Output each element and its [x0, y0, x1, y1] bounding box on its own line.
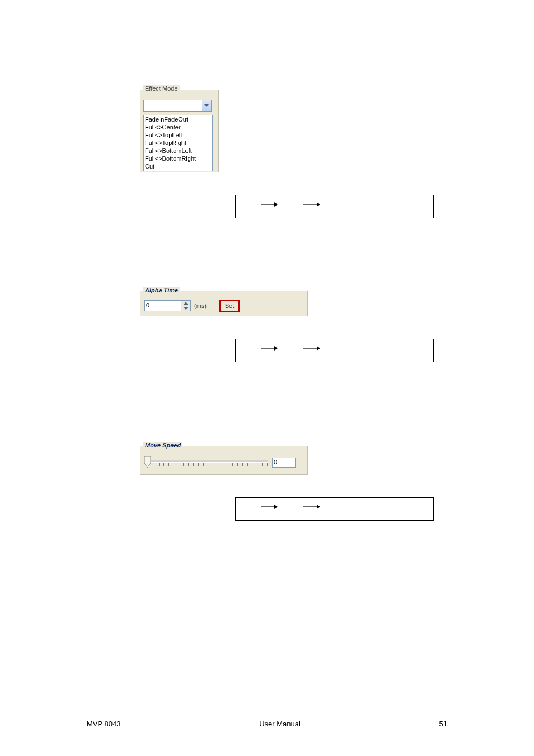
- effect-mode-select[interactable]: [143, 100, 212, 112]
- slider-ticks: [149, 463, 268, 466]
- hidden-ctrl-2: "Ctrl": [242, 345, 256, 352]
- option-full-center[interactable]: Full<>Center: [145, 123, 211, 131]
- hidden-step1-2: "FSN": [282, 345, 299, 352]
- steps-box-2: "Ctrl" "FSN" "Alpha Time" "Set": [235, 339, 434, 362]
- set-button[interactable]: Set: [220, 300, 239, 311]
- hidden-step2-3: "Move Speed": [325, 503, 364, 510]
- steps-box-1: "Ctrl" "FSN" "Effect Mode": [235, 195, 434, 218]
- alpha-time-unit: (ms): [194, 302, 207, 309]
- effect-mode-legend: Effect Mode: [143, 85, 180, 92]
- effect-mode-selected: [144, 100, 202, 111]
- move-speed-legend: Move Speed: [143, 442, 182, 449]
- hidden-step2-1: "Effect Mode": [325, 201, 362, 208]
- steps-box-3: "Ctrl" "FSN" "Move Speed": [235, 497, 434, 521]
- arrow-right-icon: [261, 346, 278, 351]
- slider-thumb-icon[interactable]: [144, 456, 151, 468]
- hidden-ctrl-1: "Ctrl": [242, 201, 256, 208]
- hidden-step1-1: "FSN": [282, 201, 299, 208]
- hidden-ctrl-3: "Ctrl": [242, 503, 256, 510]
- slider-track: [149, 460, 268, 463]
- option-full-bottomright[interactable]: Full<>BottomRight: [145, 155, 211, 162]
- alpha-time-spinner[interactable]: [181, 300, 191, 311]
- spinner-down-icon[interactable]: [181, 306, 190, 311]
- effect-mode-options[interactable]: FadeInFadeOut Full<>Center Full<>TopLeft…: [143, 115, 213, 171]
- arrow-right-icon: [261, 504, 278, 510]
- move-speed-value[interactable]: 0: [272, 458, 296, 468]
- footer-center: User Manual: [259, 720, 301, 728]
- alpha-time-value[interactable]: 0: [144, 300, 181, 311]
- move-speed-panel: Move Speed 0: [140, 446, 308, 475]
- move-speed-slider[interactable]: [144, 455, 268, 470]
- option-full-bottomleft[interactable]: Full<>BottomLeft: [145, 147, 211, 155]
- hidden-step3-2: "Set": [364, 345, 378, 352]
- arrow-right-icon: [303, 504, 320, 510]
- effect-mode-panel: Effect Mode FadeInFadeOut Full<>Center F…: [140, 90, 219, 172]
- option-full-topleft[interactable]: Full<>TopLeft: [145, 131, 211, 139]
- chevron-down-icon[interactable]: [202, 100, 211, 111]
- option-fadeinfadeout[interactable]: FadeInFadeOut: [145, 115, 211, 123]
- option-full-topright[interactable]: Full<>TopRight: [145, 139, 211, 147]
- footer-left: MVP 8043: [87, 720, 120, 728]
- page-footer: MVP 8043 User Manual 51: [87, 720, 447, 728]
- hidden-step1-3: "FSN": [282, 503, 299, 510]
- footer-right: 51: [439, 720, 447, 728]
- hidden-step2-2: "Alpha Time": [325, 345, 360, 352]
- option-cut[interactable]: Cut: [145, 162, 211, 170]
- spinner-up-icon[interactable]: [181, 301, 190, 306]
- set-button-label: Set: [225, 302, 235, 309]
- arrow-right-icon: [303, 202, 320, 207]
- arrow-right-icon: [261, 202, 278, 207]
- alpha-time-input[interactable]: 0: [144, 300, 191, 311]
- alpha-time-legend: Alpha Time: [143, 287, 180, 293]
- arrow-right-icon: [303, 346, 320, 351]
- alpha-time-panel: Alpha Time 0 (ms) Set: [140, 291, 308, 316]
